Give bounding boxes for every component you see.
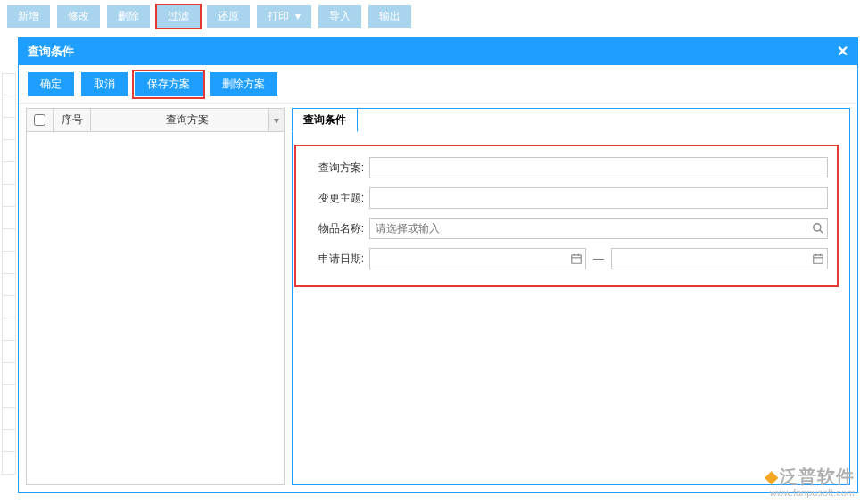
input-plan[interactable]: [369, 157, 828, 178]
dialog-title: 查询条件: [28, 44, 74, 60]
grid-col-number: 序号: [54, 109, 91, 131]
label-item: 物品名称:: [305, 221, 364, 236]
grid-col-plan: 查询方案 ▾: [91, 109, 284, 131]
background-row-hints: [2, 73, 16, 493]
grid-col-checkbox: [27, 109, 54, 131]
dialog-toolbar: 确定 取消 保存方案 删除方案: [19, 65, 857, 104]
row-item: 物品名称:: [305, 218, 828, 239]
search-icon[interactable]: [812, 222, 824, 235]
criteria-tab[interactable]: 查询条件: [292, 108, 358, 132]
import-button[interactable]: 导入: [318, 5, 361, 28]
input-date-to[interactable]: [611, 248, 828, 269]
ok-button[interactable]: 确定: [28, 72, 74, 96]
dialog-body: 序号 查询方案 ▾ 查询条件 查询方案:: [19, 104, 857, 492]
svg-line-1: [820, 230, 823, 234]
label-date: 申请日期:: [305, 252, 364, 267]
grid-col-plan-label: 查询方案: [166, 112, 209, 128]
cancel-button[interactable]: 取消: [81, 72, 128, 96]
row-subject: 变更主题:: [305, 187, 828, 209]
row-date: 申请日期: —: [305, 248, 828, 269]
label-plan: 查询方案:: [305, 161, 364, 176]
filter-dialog: 查询条件 ✕ 确定 取消 保存方案 删除方案 序号 查询方案 ▾ 查询条件: [18, 37, 858, 493]
save-plan-button[interactable]: 保存方案: [135, 72, 203, 96]
select-all-checkbox[interactable]: [34, 114, 45, 126]
chevron-down-icon: ▾: [295, 10, 301, 22]
delete-button[interactable]: 删除: [107, 5, 150, 28]
print-label: 打印: [268, 10, 289, 22]
add-button[interactable]: 新增: [7, 5, 50, 28]
criteria-content: 查询方案: 变更主题: 物品名称:: [293, 132, 849, 300]
plan-column-dropdown-icon[interactable]: ▾: [268, 109, 284, 131]
label-subject: 变更主题:: [305, 191, 364, 206]
input-item[interactable]: [369, 218, 828, 239]
restore-button[interactable]: 还原: [207, 5, 250, 28]
grid-body-empty: [27, 132, 284, 484]
plan-grid: 序号 查询方案 ▾: [26, 108, 285, 485]
close-icon[interactable]: ✕: [837, 45, 848, 59]
svg-rect-2: [572, 255, 582, 263]
top-toolbar: 新增 修改 删除 过滤 还原 打印 ▾ 导入 输出: [0, 0, 860, 33]
print-button[interactable]: 打印 ▾: [257, 5, 311, 28]
edit-button[interactable]: 修改: [57, 5, 100, 28]
export-button[interactable]: 输出: [368, 5, 411, 28]
delete-plan-button[interactable]: 删除方案: [210, 72, 277, 96]
calendar-icon[interactable]: [570, 252, 583, 265]
dialog-header: 查询条件 ✕: [19, 38, 857, 65]
svg-rect-6: [814, 255, 823, 263]
row-plan: 查询方案:: [305, 157, 828, 178]
criteria-form-highlight: 查询方案: 变更主题: 物品名称:: [294, 145, 839, 287]
calendar-icon[interactable]: [812, 252, 824, 265]
criteria-panel: 查询条件 查询方案: 变更主题:: [292, 108, 850, 485]
date-range-separator: —: [591, 252, 606, 265]
filter-button[interactable]: 过滤: [157, 5, 200, 28]
grid-header: 序号 查询方案 ▾: [27, 109, 284, 132]
input-subject[interactable]: [369, 187, 828, 209]
svg-point-0: [814, 224, 821, 231]
input-date-from[interactable]: [369, 248, 586, 269]
